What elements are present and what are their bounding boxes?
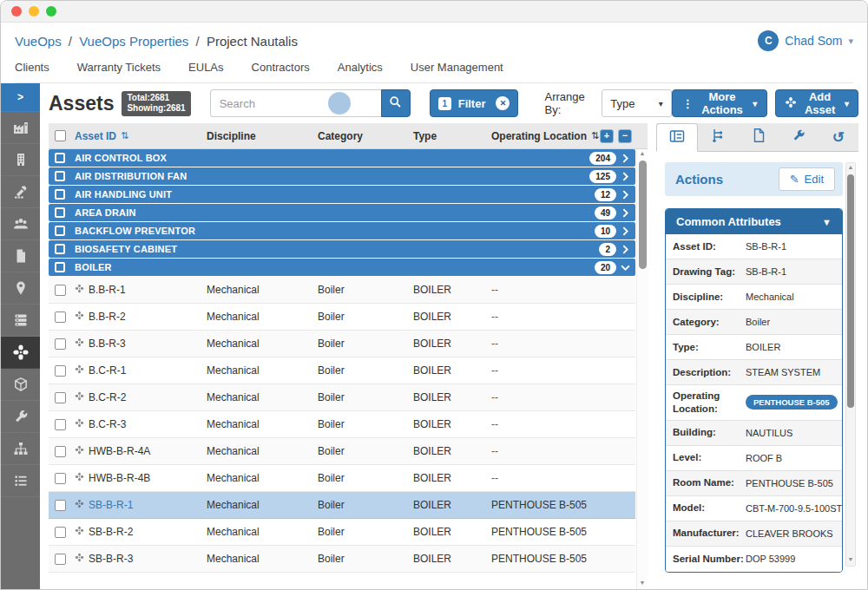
tab-details[interactable] xyxy=(656,123,698,152)
minimize-window-icon[interactable] xyxy=(29,6,39,16)
sidebar-item-building[interactable] xyxy=(1,144,40,176)
sidebar-item-assets[interactable] xyxy=(1,337,40,369)
group-checkbox[interactable] xyxy=(55,207,65,218)
table-row[interactable]: B.B-R-1 Mechanical Boiler BOILER -- xyxy=(49,277,635,304)
scroll-down-icon[interactable]: ▼ xyxy=(640,579,646,589)
user-menu[interactable]: C Chad Som ▾ xyxy=(758,30,853,51)
table-row[interactable]: HWB-B-R-4A Mechanical Boiler BOILER -- xyxy=(49,438,635,465)
add-asset-button[interactable]: Add Asset ▾ xyxy=(775,89,858,117)
scrollbar-thumb[interactable] xyxy=(847,174,854,408)
table-row[interactable]: B.B-R-2 Mechanical Boiler BOILER -- xyxy=(49,304,635,331)
tab-maintenance[interactable] xyxy=(779,123,819,151)
row-checkbox[interactable] xyxy=(55,285,66,296)
tab-history[interactable]: ↺ xyxy=(819,123,858,151)
scroll-up-icon[interactable]: ▲ xyxy=(640,149,646,160)
sidebar-item-construction[interactable] xyxy=(1,176,40,208)
breadcrumb-link-properties[interactable]: VueOps Properties xyxy=(79,34,188,49)
maximize-window-icon[interactable] xyxy=(46,6,56,16)
row-checkbox[interactable] xyxy=(55,527,66,538)
table-row-selected[interactable]: SB-B-R-1 Mechanical Boiler BOILER PENTHO… xyxy=(49,492,635,519)
group-row-backflow-preventor[interactable]: BACKFLOW PREVENTOR 10 xyxy=(49,222,635,239)
row-checkbox[interactable] xyxy=(55,446,66,457)
clear-filter-icon[interactable]: ✕ xyxy=(496,96,510,110)
group-checkbox[interactable] xyxy=(55,226,65,236)
group-checkbox[interactable] xyxy=(55,244,65,254)
tab-clients[interactable]: Clients xyxy=(15,61,49,74)
sidebar-expand-button[interactable]: > xyxy=(1,83,40,112)
wrench-icon xyxy=(791,128,806,147)
row-checkbox[interactable] xyxy=(55,473,66,484)
row-checkbox[interactable] xyxy=(55,554,66,565)
group-checkbox[interactable] xyxy=(55,189,65,200)
group-checkbox[interactable] xyxy=(55,153,65,163)
scrollbar-thumb[interactable] xyxy=(639,161,647,269)
building-icon xyxy=(12,151,30,168)
scroll-up-icon[interactable]: ▲ xyxy=(848,163,854,174)
row-checkbox[interactable] xyxy=(55,365,66,377)
row-checkbox[interactable] xyxy=(55,338,66,350)
detail-panel: ↺ Actions ✎ Edit Common Attrib xyxy=(656,123,858,589)
search-button[interactable] xyxy=(381,89,411,117)
more-actions-label: More Actions xyxy=(700,90,745,116)
sidebar-item-hierarchy[interactable] xyxy=(1,433,40,465)
edit-button[interactable]: ✎ Edit xyxy=(779,167,835,191)
table-row[interactable]: B.C-R-2 Mechanical Boiler BOILER -- xyxy=(49,384,635,411)
select-all-checkbox[interactable] xyxy=(55,130,66,141)
group-row-air-distribution-fan[interactable]: AIR DISTRIBUTION FAN 125 xyxy=(49,167,635,185)
tab-user-management[interactable]: User Management xyxy=(411,61,503,74)
tab-eulas[interactable]: EULAs xyxy=(188,61,223,74)
table-row[interactable]: B.C-R-1 Mechanical Boiler BOILER -- xyxy=(49,357,635,384)
table-row[interactable]: B.B-R-3 Mechanical Boiler BOILER -- xyxy=(49,331,635,357)
table-row[interactable]: SB-B-R-2 Mechanical Boiler BOILER PENTHO… xyxy=(49,519,635,546)
table-row[interactable]: B.C-R-3 Mechanical Boiler BOILER -- xyxy=(49,411,635,438)
tab-warranty-tickets[interactable]: Warranty Tickets xyxy=(77,61,161,74)
panel-scrollbar[interactable]: ▲ ▼ xyxy=(845,162,856,567)
filter-label: Filter xyxy=(458,97,486,110)
attribute-row: Discipline:Mechanical xyxy=(666,285,842,310)
column-header-category[interactable]: Category xyxy=(318,130,413,142)
sidebar-item-models[interactable] xyxy=(1,369,40,401)
common-attributes-header[interactable]: Common Attributes ▼ xyxy=(666,209,842,234)
row-checkbox[interactable] xyxy=(55,311,66,323)
column-header-type[interactable]: Type xyxy=(413,130,491,142)
group-checkbox[interactable] xyxy=(55,171,65,181)
row-checkbox[interactable] xyxy=(55,500,66,511)
close-window-icon[interactable] xyxy=(11,6,22,16)
collapse-all-button[interactable]: − xyxy=(618,129,632,143)
group-row-air-control-box[interactable]: AIR CONTROL BOX 204 xyxy=(49,149,635,167)
sidebar-item-users[interactable] xyxy=(1,208,40,240)
sidebar-item-maintenance[interactable] xyxy=(1,401,40,433)
tab-analytics[interactable]: Analytics xyxy=(338,61,383,74)
expand-all-button[interactable]: + xyxy=(600,129,614,143)
asset-id: B.C-R-2 xyxy=(89,391,126,403)
tab-contractors[interactable]: Contractors xyxy=(252,61,310,74)
column-header-asset-id[interactable]: Asset ID⇅ xyxy=(75,130,207,142)
group-row-air-handling-unit[interactable]: AIR HANDLING UNIT 12 xyxy=(49,186,635,203)
sidebar-item-locations[interactable] xyxy=(1,272,40,305)
search-input[interactable] xyxy=(210,89,381,117)
more-actions-button[interactable]: ⋮ More Actions ▾ xyxy=(672,89,768,117)
row-checkbox[interactable] xyxy=(55,419,66,430)
asset-id: SB-B-R-3 xyxy=(89,553,133,565)
filter-button[interactable]: 1 Filter ✕ xyxy=(430,89,519,117)
sidebar-item-lists[interactable] xyxy=(1,465,40,497)
group-row-boiler[interactable]: BOILER 20 xyxy=(49,259,635,276)
scroll-down-icon[interactable]: ▼ xyxy=(848,555,854,566)
tab-documents[interactable] xyxy=(738,123,778,151)
row-checkbox[interactable] xyxy=(55,392,66,403)
sidebar-item-documents[interactable] xyxy=(1,240,40,272)
column-header-discipline[interactable]: Discipline xyxy=(207,130,318,142)
column-header-location[interactable]: Operating Location⇅ xyxy=(491,130,600,142)
table-scrollbar[interactable]: ▲ ▼ xyxy=(636,149,648,589)
table-row[interactable]: HWB-B-R-4B Mechanical Boiler BOILER -- xyxy=(49,465,635,492)
breadcrumb-link-vueops[interactable]: VueOps xyxy=(15,34,62,49)
arrange-by-select[interactable]: Type ▾ xyxy=(602,89,672,117)
sidebar-item-systems[interactable] xyxy=(1,305,40,337)
table-row[interactable]: SB-B-R-3 Mechanical Boiler BOILER PENTHO… xyxy=(49,546,635,573)
group-row-area-drain[interactable]: AREA DRAIN 49 xyxy=(49,204,635,221)
sidebar-item-factory[interactable] xyxy=(1,112,40,144)
group-checkbox[interactable] xyxy=(55,262,65,272)
group-row-biosafety-cabinet[interactable]: BIOSAFETY CABINET 2 xyxy=(49,240,635,258)
arrange-by: Arrange By: Type ▾ xyxy=(544,89,671,117)
tab-tree[interactable] xyxy=(698,123,738,151)
